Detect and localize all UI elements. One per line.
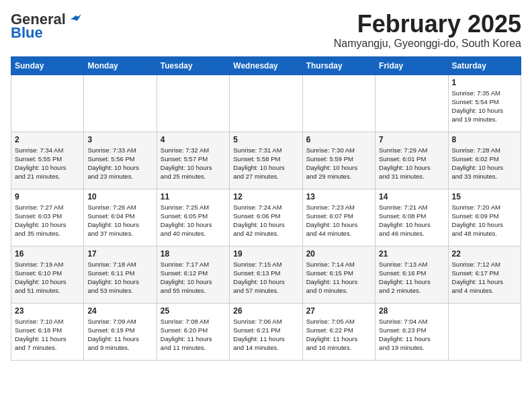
day-info: Sunrise: 7:06 AM Sunset: 6:21 PM Dayligh… — [233, 317, 298, 353]
calendar-table: SundayMondayTuesdayWednesdayThursdayFrid… — [11, 56, 521, 361]
calendar-cell: 11Sunrise: 7:25 AM Sunset: 6:05 PM Dayli… — [157, 189, 229, 246]
day-info: Sunrise: 7:09 AM Sunset: 6:19 PM Dayligh… — [87, 317, 152, 353]
calendar-cell: 24Sunrise: 7:09 AM Sunset: 6:19 PM Dayli… — [84, 303, 157, 360]
day-number: 12 — [233, 192, 298, 201]
calendar-cell: 16Sunrise: 7:19 AM Sunset: 6:10 PM Dayli… — [11, 246, 84, 303]
calendar-cell — [157, 75, 229, 132]
day-info: Sunrise: 7:26 AM Sunset: 6:04 PM Dayligh… — [87, 203, 152, 238]
logo: General Blue — [11, 11, 82, 42]
calendar-cell: 14Sunrise: 7:21 AM Sunset: 6:08 PM Dayli… — [375, 189, 448, 246]
day-number: 6 — [306, 135, 371, 144]
day-number: 20 — [306, 249, 371, 259]
day-number: 7 — [379, 135, 444, 144]
calendar-week-row: 2Sunrise: 7:34 AM Sunset: 5:55 PM Daylig… — [11, 132, 521, 189]
day-number: 26 — [233, 306, 298, 316]
calendar-cell — [84, 75, 157, 132]
day-number: 23 — [15, 306, 80, 316]
calendar-week-row: 9Sunrise: 7:27 AM Sunset: 6:03 PM Daylig… — [11, 189, 521, 246]
svg-marker-0 — [71, 14, 81, 21]
weekday-header-saturday: Saturday — [448, 56, 521, 75]
calendar-cell: 17Sunrise: 7:18 AM Sunset: 6:11 PM Dayli… — [84, 246, 157, 303]
calendar-cell: 3Sunrise: 7:33 AM Sunset: 5:56 PM Daylig… — [84, 132, 157, 189]
calendar-week-row: 16Sunrise: 7:19 AM Sunset: 6:10 PM Dayli… — [11, 246, 521, 303]
calendar-cell: 5Sunrise: 7:31 AM Sunset: 5:58 PM Daylig… — [230, 132, 302, 189]
location-subtitle: Namyangju, Gyeonggi-do, South Korea — [334, 38, 521, 50]
logo-blue: Blue — [11, 24, 43, 42]
page-header: General Blue February 2025 Namyangju, Gy… — [11, 11, 521, 50]
calendar-cell: 18Sunrise: 7:17 AM Sunset: 6:12 PM Dayli… — [157, 246, 229, 303]
day-info: Sunrise: 7:04 AM Sunset: 6:23 PM Dayligh… — [379, 317, 444, 353]
calendar-cell: 8Sunrise: 7:28 AM Sunset: 6:02 PM Daylig… — [448, 132, 521, 189]
day-info: Sunrise: 7:14 AM Sunset: 6:15 PM Dayligh… — [306, 260, 371, 295]
calendar-cell: 25Sunrise: 7:08 AM Sunset: 6:20 PM Dayli… — [157, 303, 229, 360]
day-info: Sunrise: 7:25 AM Sunset: 6:05 PM Dayligh… — [161, 203, 226, 238]
weekday-header-sunday: Sunday — [11, 56, 84, 75]
day-info: Sunrise: 7:13 AM Sunset: 6:16 PM Dayligh… — [379, 260, 444, 295]
day-info: Sunrise: 7:18 AM Sunset: 6:11 PM Dayligh… — [87, 260, 152, 295]
day-number: 27 — [306, 306, 371, 316]
day-number: 22 — [452, 249, 517, 259]
day-number: 3 — [87, 135, 152, 144]
day-info: Sunrise: 7:24 AM Sunset: 6:06 PM Dayligh… — [233, 203, 298, 238]
calendar-cell — [448, 303, 521, 360]
day-number: 15 — [452, 192, 517, 201]
day-info: Sunrise: 7:33 AM Sunset: 5:56 PM Dayligh… — [87, 146, 152, 181]
calendar-cell: 26Sunrise: 7:06 AM Sunset: 6:21 PM Dayli… — [230, 303, 302, 360]
calendar-cell: 19Sunrise: 7:15 AM Sunset: 6:13 PM Dayli… — [230, 246, 302, 303]
calendar-cell: 4Sunrise: 7:32 AM Sunset: 5:57 PM Daylig… — [157, 132, 229, 189]
calendar-cell: 20Sunrise: 7:14 AM Sunset: 6:15 PM Dayli… — [302, 246, 375, 303]
calendar-cell: 22Sunrise: 7:12 AM Sunset: 6:17 PM Dayli… — [448, 246, 521, 303]
calendar-cell — [230, 75, 302, 132]
day-info: Sunrise: 7:20 AM Sunset: 6:09 PM Dayligh… — [452, 203, 517, 238]
day-number: 14 — [379, 192, 444, 201]
day-info: Sunrise: 7:27 AM Sunset: 6:03 PM Dayligh… — [15, 203, 80, 238]
logo-bird-icon — [66, 14, 81, 25]
day-info: Sunrise: 7:35 AM Sunset: 5:54 PM Dayligh… — [452, 89, 517, 124]
day-info: Sunrise: 7:28 AM Sunset: 6:02 PM Dayligh… — [452, 146, 517, 181]
day-number: 1 — [452, 78, 517, 87]
day-number: 2 — [15, 135, 80, 144]
month-title: February 2025 — [334, 11, 521, 38]
day-number: 13 — [306, 192, 371, 201]
day-info: Sunrise: 7:05 AM Sunset: 6:22 PM Dayligh… — [306, 317, 371, 353]
calendar-cell — [375, 75, 448, 132]
day-info: Sunrise: 7:17 AM Sunset: 6:12 PM Dayligh… — [161, 260, 226, 295]
day-info: Sunrise: 7:21 AM Sunset: 6:08 PM Dayligh… — [379, 203, 444, 238]
day-info: Sunrise: 7:34 AM Sunset: 5:55 PM Dayligh… — [15, 146, 80, 181]
day-number: 24 — [87, 306, 152, 316]
calendar-cell: 27Sunrise: 7:05 AM Sunset: 6:22 PM Dayli… — [302, 303, 375, 360]
weekday-header-thursday: Thursday — [302, 56, 375, 75]
day-info: Sunrise: 7:08 AM Sunset: 6:20 PM Dayligh… — [161, 317, 226, 353]
day-info: Sunrise: 7:12 AM Sunset: 6:17 PM Dayligh… — [452, 260, 517, 295]
day-number: 8 — [452, 135, 517, 144]
weekday-header-wednesday: Wednesday — [230, 56, 302, 75]
calendar-cell: 10Sunrise: 7:26 AM Sunset: 6:04 PM Dayli… — [84, 189, 157, 246]
calendar-cell: 21Sunrise: 7:13 AM Sunset: 6:16 PM Dayli… — [375, 246, 448, 303]
weekday-header-tuesday: Tuesday — [157, 56, 229, 75]
day-number: 9 — [15, 192, 80, 201]
calendar-cell: 28Sunrise: 7:04 AM Sunset: 6:23 PM Dayli… — [375, 303, 448, 360]
day-number: 25 — [161, 306, 226, 316]
day-info: Sunrise: 7:29 AM Sunset: 6:01 PM Dayligh… — [379, 146, 444, 181]
calendar-cell: 23Sunrise: 7:10 AM Sunset: 6:18 PM Dayli… — [11, 303, 84, 360]
day-info: Sunrise: 7:31 AM Sunset: 5:58 PM Dayligh… — [233, 146, 298, 181]
calendar-title-block: February 2025 Namyangju, Gyeonggi-do, So… — [334, 11, 521, 50]
day-number: 17 — [87, 249, 152, 259]
day-number: 5 — [233, 135, 298, 144]
day-info: Sunrise: 7:30 AM Sunset: 5:59 PM Dayligh… — [306, 146, 371, 181]
calendar-header: SundayMondayTuesdayWednesdayThursdayFrid… — [11, 56, 521, 75]
day-info: Sunrise: 7:32 AM Sunset: 5:57 PM Dayligh… — [161, 146, 226, 181]
day-info: Sunrise: 7:10 AM Sunset: 6:18 PM Dayligh… — [15, 317, 80, 353]
day-info: Sunrise: 7:15 AM Sunset: 6:13 PM Dayligh… — [233, 260, 298, 295]
calendar-cell: 12Sunrise: 7:24 AM Sunset: 6:06 PM Dayli… — [230, 189, 302, 246]
calendar-cell: 7Sunrise: 7:29 AM Sunset: 6:01 PM Daylig… — [375, 132, 448, 189]
calendar-body: 1Sunrise: 7:35 AM Sunset: 5:54 PM Daylig… — [11, 75, 521, 360]
day-info: Sunrise: 7:19 AM Sunset: 6:10 PM Dayligh… — [15, 260, 80, 295]
calendar-cell: 9Sunrise: 7:27 AM Sunset: 6:03 PM Daylig… — [11, 189, 84, 246]
calendar-cell: 1Sunrise: 7:35 AM Sunset: 5:54 PM Daylig… — [448, 75, 521, 132]
calendar-cell: 13Sunrise: 7:23 AM Sunset: 6:07 PM Dayli… — [302, 189, 375, 246]
calendar-cell: 6Sunrise: 7:30 AM Sunset: 5:59 PM Daylig… — [302, 132, 375, 189]
weekday-header-row: SundayMondayTuesdayWednesdayThursdayFrid… — [11, 56, 521, 75]
day-number: 4 — [161, 135, 226, 144]
calendar-cell — [302, 75, 375, 132]
